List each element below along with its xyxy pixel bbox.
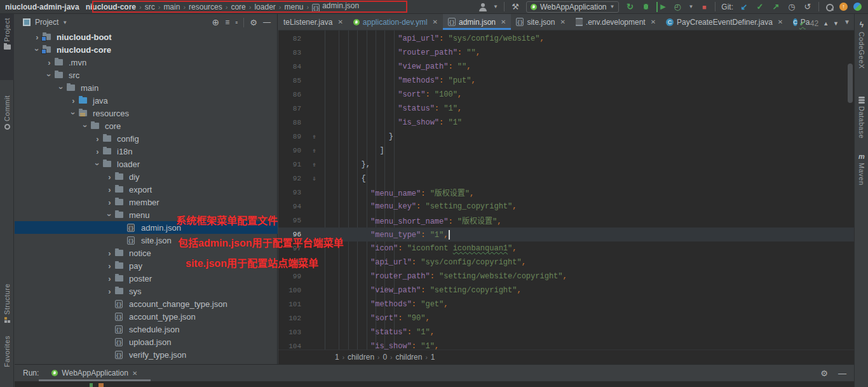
code-line-84[interactable]: 84 "view_path": "", xyxy=(278,60,854,74)
code-line-100[interactable]: 100 "view_path": "setting/copyright", xyxy=(278,283,854,297)
editor-tab--env-development[interactable]: .env.development✕ xyxy=(571,14,661,30)
close-tab-icon[interactable]: ✕ xyxy=(651,18,656,25)
breadcrumb-segment[interactable]: src xyxy=(142,3,158,11)
close-tab-icon[interactable]: ✕ xyxy=(337,18,342,25)
tree-item-account-change-type-json[interactable]: {}account_change_type.json xyxy=(15,297,278,310)
tree-item-account-type-json[interactable]: {}account_type.json xyxy=(15,310,278,323)
code-line-87[interactable]: 87 "status": "1", xyxy=(278,102,854,116)
code-line-83[interactable]: 83 "router_path": "", xyxy=(278,46,854,60)
code-line-94[interactable]: 94 "menu_key": "setting_copyright", xyxy=(278,200,854,214)
close-tab-icon[interactable]: ✕ xyxy=(501,18,506,25)
breadcrumb-segment[interactable]: core xyxy=(228,3,248,11)
plugin-icon[interactable] xyxy=(853,3,862,11)
tool-window-button-codegeex[interactable]: ϟ CodeGeeX xyxy=(855,17,868,71)
code-line-99[interactable]: 99 "router_path": "setting/website/copyr… xyxy=(278,269,854,283)
chevron-down-icon[interactable]: › xyxy=(57,83,66,93)
collapse-all-icon[interactable]: ⹀ xyxy=(235,18,238,27)
tree-item-resources[interactable]: ›resources xyxy=(15,107,278,119)
profiler-icon[interactable]: ◴ xyxy=(672,2,682,12)
build-hammer-icon[interactable]: ⚒ xyxy=(510,2,520,12)
code-line-86[interactable]: 86 "sort": "100", xyxy=(278,88,854,102)
tree-item-i18n[interactable]: ›i18n xyxy=(15,145,278,158)
code-line-92[interactable]: 92⇩ { xyxy=(278,172,854,186)
tree-item-core[interactable]: ›core xyxy=(15,119,278,132)
tool-window-button-database[interactable]: Database xyxy=(855,93,868,142)
editor-tab-paycreateeventdefiner-java[interactable]: CPayCreateEventDefiner.java✕ xyxy=(661,14,788,30)
json-path-segment[interactable]: 0 xyxy=(379,353,390,362)
close-tab-icon[interactable]: ✕ xyxy=(560,18,565,25)
tree-item-diy[interactable]: ›diy xyxy=(15,170,278,183)
locate-icon[interactable]: ⊕ xyxy=(212,17,220,27)
code-line-91[interactable]: 91⇧ }, xyxy=(278,158,854,172)
code-line-102[interactable]: 102 "sort": "90", xyxy=(278,311,854,325)
code-line-95[interactable]: 95 "menu_short_name": "版权设置", xyxy=(278,214,854,227)
breadcrumb-segment[interactable]: niucloud-core xyxy=(83,3,139,11)
editor-tab-admin-json[interactable]: {}admin.json✕ xyxy=(443,14,511,30)
hide-panel-icon[interactable]: — xyxy=(263,18,271,27)
chevron-right-icon[interactable]: › xyxy=(68,96,79,105)
chevron-right-icon[interactable]: › xyxy=(104,287,115,296)
breadcrumb-segment[interactable]: {}admin.json xyxy=(309,1,362,12)
run-settings-gear-icon[interactable]: ⚙ xyxy=(820,369,828,378)
tree-item-src[interactable]: ›src xyxy=(15,69,278,81)
json-path-segment[interactable]: children xyxy=(344,353,377,362)
debug-icon[interactable] xyxy=(641,2,651,12)
chevron-right-icon[interactable]: › xyxy=(104,172,115,182)
update-project-icon[interactable]: ↙ xyxy=(739,2,749,12)
code-line-103[interactable]: 103 "status": "1", xyxy=(278,325,854,339)
chevron-right-icon[interactable]: › xyxy=(104,248,115,258)
expand-all-icon[interactable]: ≡ xyxy=(225,18,229,27)
chevron-right-icon[interactable]: › xyxy=(44,58,55,67)
tool-window-button-structure[interactable]: Structure xyxy=(0,280,14,330)
hidden-tabs-dropdown-icon[interactable]: ▼ xyxy=(844,18,850,25)
commit-check-icon[interactable]: ✓ xyxy=(755,2,765,12)
chevron-right-icon[interactable]: › xyxy=(104,274,115,283)
title-breadcrumb[interactable]: niucloud-core›src›main›resources›core›lo… xyxy=(83,1,362,12)
fold-marker-icon[interactable]: ⇧ xyxy=(304,147,325,154)
code-line-101[interactable]: 101 "methods": "get", xyxy=(278,297,854,311)
json-path-segment[interactable]: 1 xyxy=(428,353,438,362)
search-everywhere-icon[interactable] xyxy=(825,3,834,11)
editor-scrollbar[interactable] xyxy=(848,64,853,103)
prev-problem-icon[interactable]: ▲ xyxy=(823,20,829,27)
chevron-down-icon[interactable]: › xyxy=(81,121,90,132)
chevron-right-icon[interactable]: › xyxy=(92,147,103,156)
fold-marker-icon[interactable]: ⇧ xyxy=(304,161,325,168)
chevron-down-icon[interactable]: › xyxy=(93,159,102,170)
json-path-segment[interactable]: children xyxy=(392,353,425,362)
close-tab-icon[interactable]: ✕ xyxy=(778,18,783,25)
code-editor[interactable]: 82 "api_url": "sys/config/website",83 "r… xyxy=(278,31,854,350)
user-icon[interactable] xyxy=(478,3,487,11)
project-panel-title[interactable]: Project xyxy=(35,18,58,27)
tree-item-member[interactable]: ›member xyxy=(15,196,278,208)
breadcrumb-segment[interactable]: main xyxy=(161,3,182,11)
tool-window-button-commit[interactable]: Commit xyxy=(0,92,14,133)
settings-gear-icon[interactable]: ⚙ xyxy=(250,18,257,27)
update-notification-icon[interactable]: ↑ xyxy=(839,3,848,11)
code-line-88[interactable]: 88 "is_show": "1" xyxy=(278,116,854,130)
tree-item-niucloud-boot[interactable]: ›niucloud-boot xyxy=(15,31,278,43)
code-line-96[interactable]: 96 "menu_type": "1", xyxy=(278,227,854,241)
tree-item-niucloud-core[interactable]: ›niucloud-core xyxy=(15,43,278,56)
run-minimize-icon[interactable]: — xyxy=(838,369,846,378)
code-line-90[interactable]: 90⇧ ] xyxy=(278,144,854,158)
tree-item-loader[interactable]: ›loader xyxy=(15,158,278,170)
code-line-82[interactable]: 82 "api_url": "sys/config/website", xyxy=(278,32,854,46)
code-line-89[interactable]: 89⇧ } xyxy=(278,130,854,144)
breadcrumb-segment[interactable]: resources xyxy=(186,3,225,11)
editor-tab-application-dev-yml[interactable]: application-dev.yml✕ xyxy=(348,14,443,30)
editor-tab-telistener-java[interactable]: teListener.java✕ xyxy=(278,14,348,30)
chevron-down-icon[interactable]: › xyxy=(32,44,42,55)
tree-item--mvn[interactable]: ›.mvn xyxy=(15,56,278,69)
fold-marker-icon[interactable]: ⇩ xyxy=(304,175,325,182)
chevron-down-icon[interactable]: › xyxy=(44,70,54,81)
profiler-dropdown-icon[interactable]: ▼ xyxy=(688,4,693,10)
breadcrumb-segment[interactable]: loader xyxy=(252,3,278,11)
tree-item-upload-json[interactable]: {}upload.json xyxy=(15,336,278,348)
tree-item-sys[interactable]: ›sys xyxy=(15,285,278,297)
close-tab-icon[interactable]: ✕ xyxy=(433,18,438,25)
close-icon[interactable]: ✕ xyxy=(132,370,137,377)
project-view-dropdown-icon[interactable]: ▼ xyxy=(62,20,67,25)
chevron-right-icon[interactable]: › xyxy=(104,198,115,207)
tree-item-poster[interactable]: ›poster xyxy=(15,272,278,285)
